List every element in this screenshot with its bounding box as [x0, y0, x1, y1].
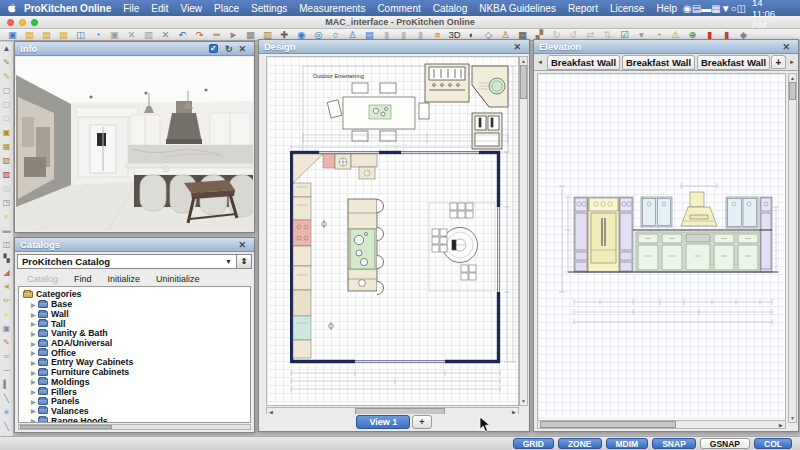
image-tool-icon[interactable]: ▦ — [0, 140, 13, 154]
disclosure-icon[interactable]: ▶ — [31, 369, 38, 376]
info-refresh-icon[interactable]: ↻ — [222, 44, 236, 54]
disclosure-icon[interactable]: ▶ — [31, 417, 38, 423]
menu-clock[interactable]: Tue Nov 14 11:06 AM — [746, 0, 794, 30]
menu-status-icons[interactable]: ◉▤▬▦▼○◫ — [683, 3, 746, 14]
diagonal2-tool-icon[interactable]: ╲ — [0, 420, 13, 434]
hatch-tool-icon[interactable]: ▧ — [0, 154, 13, 168]
view-1-tab[interactable]: View 1 — [356, 415, 410, 429]
rect-tool-icon[interactable]: ▢ — [0, 84, 13, 98]
disclosure-icon[interactable]: ▶ — [31, 378, 38, 385]
new-design-icon[interactable]: ▣ — [4, 29, 21, 41]
outdoor-corner-station[interactable] — [472, 66, 508, 107]
control-center-icon[interactable]: ◫ — [737, 3, 746, 14]
elevation-vertical-scrollbar[interactable]: ▲ ▼ — [788, 73, 797, 423]
tree-item-panels[interactable]: ▶Panels — [23, 396, 250, 406]
info-close-icon[interactable]: ✕ — [235, 44, 249, 54]
tree-item-entry-way-cabinets[interactable]: ▶Entry Way Cabinets — [23, 358, 250, 368]
disclosure-icon[interactable]: ▶ — [31, 407, 38, 414]
wifi-icon[interactable]: ▼ — [721, 3, 731, 14]
col-toggle-button[interactable]: COL — [754, 438, 792, 449]
diagonal-tool-icon[interactable]: ╲ — [0, 392, 13, 406]
outdoor-tall-cabinet[interactable] — [472, 113, 502, 149]
disclosure-icon[interactable]: ▶ — [31, 349, 38, 356]
camera-tool-icon[interactable]: ◫ — [0, 238, 13, 252]
info-auto-update-checkbox[interactable]: ✓ — [209, 44, 218, 53]
tree-item-vanity-bath[interactable]: ▶Vanity & Bath — [23, 329, 250, 339]
pen-icon[interactable]: ✎ — [0, 70, 13, 84]
left-cabinet-run[interactable] — [293, 154, 323, 358]
disclosure-icon[interactable]: ▶ — [31, 311, 38, 318]
import-folder-icon[interactable]: ▤ — [38, 29, 55, 41]
disclosure-icon[interactable]: ▶ — [31, 301, 38, 308]
redo-icon[interactable]: ↷ — [191, 29, 208, 41]
chart-tool-icon[interactable]: ▚ — [0, 252, 13, 266]
elevation-tab-breakfast-wall-1[interactable]: Breakfast Wall — [547, 55, 620, 70]
undo-icon[interactable]: ↶ — [174, 29, 191, 41]
elevation-tab-breakfast-wall-3[interactable]: Breakfast Wall — [697, 55, 770, 70]
elevation-close-icon[interactable]: ✕ — [779, 42, 793, 52]
base-cabinets[interactable] — [633, 230, 772, 272]
menu-settings[interactable]: Settings — [245, 3, 293, 14]
menu-app-name[interactable]: ProKitchen Online — [18, 3, 117, 14]
outdoor-dining-table[interactable] — [327, 83, 429, 141]
scroll-up-icon[interactable]: ▲ — [0, 42, 13, 56]
outdoor-grill-station[interactable] — [425, 64, 469, 102]
highlighter-tool-icon[interactable]: ✏ — [0, 294, 13, 308]
add-elevation-tab-button[interactable]: + — [771, 55, 786, 69]
square-tool-icon[interactable]: □ — [0, 112, 13, 126]
catalog-select[interactable]: ProKitchen Catalog ▼ — [17, 254, 237, 269]
menu-comment[interactable]: Comment — [371, 3, 426, 14]
add-view-button[interactable]: + — [412, 415, 431, 429]
menu-edit[interactable]: Edit — [145, 3, 174, 14]
tab-find[interactable]: Find — [66, 273, 100, 285]
tabs-next-arrow-icon[interactable]: ▸ — [786, 54, 798, 70]
tree-item-moldings[interactable]: ▶Moldings — [23, 377, 250, 387]
upper-cabinets-left[interactable] — [641, 197, 672, 227]
disclosure-icon[interactable]: ▶ — [31, 330, 38, 337]
tabs-prev-arrow-icon[interactable]: ◂ — [534, 54, 546, 70]
swatch-tool-icon[interactable]: ▣ — [0, 322, 13, 336]
panel-tool-icon[interactable]: ▥ — [0, 182, 13, 196]
print-icon[interactable]: ▦ — [242, 29, 259, 41]
stamp-tool-icon[interactable]: ▬ — [0, 224, 13, 238]
marker-tool-icon[interactable]: ✎ — [0, 336, 13, 350]
menu-help[interactable]: Help — [650, 3, 683, 14]
app-window-titlebar[interactable]: MAC_interface - ProKitchen Online — [0, 16, 800, 29]
tree-item-ada-universal[interactable]: ▶ADA/Universal — [23, 338, 250, 348]
elevation-canvas[interactable] — [537, 73, 786, 423]
measure-icon[interactable]: ═ — [208, 29, 225, 41]
elevation-window-titlebar[interactable]: Elevation ✕ — [534, 40, 798, 54]
catalogs-window-titlebar[interactable]: Catalogs ✕ — [15, 238, 254, 252]
menu-license[interactable]: License — [604, 3, 650, 14]
scroll-down-arrow-icon[interactable]: ▼ — [520, 397, 527, 405]
tree-root-categories[interactable]: Categories — [23, 289, 250, 300]
line-tool-icon[interactable]: ─ — [0, 364, 13, 378]
disclosure-icon[interactable]: ▶ — [31, 320, 38, 327]
elevation-tab-breakfast-wall-2[interactable]: Breakfast Wall — [622, 55, 695, 70]
dot-tool-icon[interactable]: ● — [0, 308, 13, 322]
menu-report[interactable]: Report — [562, 3, 604, 14]
note-tool-icon[interactable]: ◳ — [0, 196, 13, 210]
disclosure-icon[interactable]: ▶ — [31, 388, 38, 395]
cut-icon[interactable]: ✕ — [123, 29, 140, 41]
menu-place[interactable]: Place — [208, 3, 245, 14]
tree-item-furniture-cabinets[interactable]: ▶Furniture Cabinets — [23, 367, 250, 377]
arrow-tool-icon[interactable]: ◄ — [0, 280, 13, 294]
scroll-up-arrow-icon[interactable]: ▲ — [520, 57, 527, 65]
catalogs-close-icon[interactable]: ✕ — [235, 240, 249, 250]
snap-star-tool-icon[interactable]: ✳ — [0, 406, 13, 420]
disclosure-icon[interactable]: ▶ — [31, 359, 38, 366]
menu-nkba-guidelines[interactable]: NKBA Guidelines — [473, 3, 562, 14]
copy-icon[interactable]: ▣ — [106, 29, 123, 41]
render-3d-preview[interactable] — [16, 57, 253, 231]
gsnap-toggle-button[interactable]: GSNAP — [700, 438, 750, 449]
kitchen-island[interactable] — [348, 199, 384, 295]
design-canvas[interactable]: Outdoor Entertaining — [266, 56, 519, 406]
top-cabinet-run[interactable] — [323, 154, 377, 179]
tree-item-fillers[interactable]: ▶Fillers — [23, 387, 250, 397]
disclosure-icon[interactable]: ▶ — [31, 340, 38, 347]
menu-view[interactable]: View — [175, 3, 209, 14]
scroll-right-arrow-icon[interactable]: ▶ — [777, 421, 785, 429]
elevation-horizontal-scrollbar[interactable]: ◀ ▶ — [537, 420, 786, 429]
range-hood-elevation[interactable] — [681, 192, 717, 226]
